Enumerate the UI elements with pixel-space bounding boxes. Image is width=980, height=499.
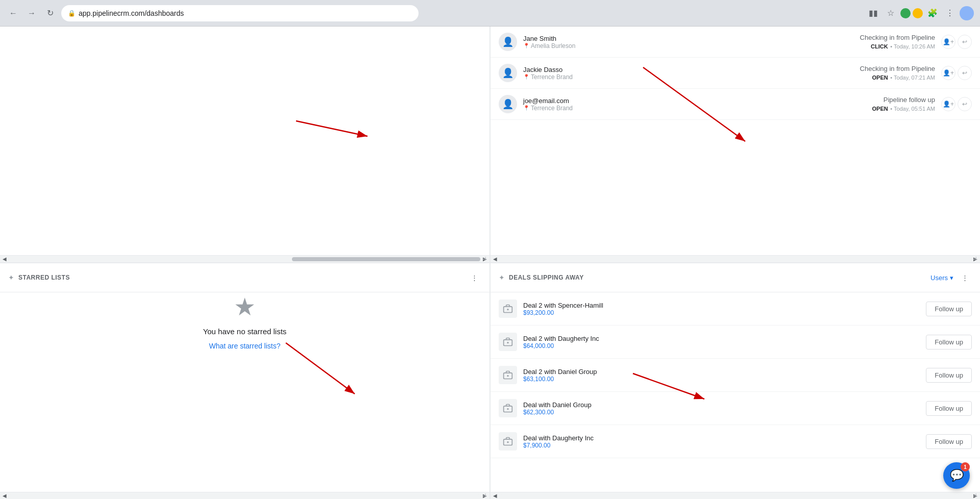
deals-kebab-btn[interactable]: ⋮ xyxy=(958,270,972,285)
email-sub-jackie: 📍 Terrence Brand xyxy=(523,73,854,81)
deal-item-3[interactable]: Deal with Daniel Group $62,300.00 Follow… xyxy=(491,392,980,425)
follow-up-btn-4[interactable]: Follow up xyxy=(926,434,972,449)
scroll-left-br[interactable]: ◀ xyxy=(492,492,499,500)
deals-scroll[interactable]: Deal 2 with Spencer-Hamill $93,200.00 Fo… xyxy=(491,292,980,492)
users-dropdown-btn[interactable]: Users ▾ xyxy=(930,274,953,282)
email-meta-jackie: Checking in from Pipeline OPEN • Today, … xyxy=(860,65,935,82)
email-info-joe: joe@email.com 📍 Terrence Brand xyxy=(523,97,866,112)
deal-info-2: Deal 2 with Daniel Group $63,100.00 xyxy=(523,368,920,383)
email-assign-btn-3[interactable]: 👤+ xyxy=(941,97,955,111)
email-info-jane-smith: Jane Smith 📍 Amelia Burleson xyxy=(523,35,854,49)
top-left-scroll[interactable] xyxy=(0,27,489,255)
deal-icon-2 xyxy=(499,366,517,384)
bottom-left-hscrollbar[interactable]: ◀ ▶ xyxy=(0,492,489,499)
email-name-jackie: Jackie Dasso xyxy=(523,66,854,73)
email-reply-btn-3[interactable]: ↩ xyxy=(958,97,972,111)
top-left-hscrollbar[interactable]: ◀ ▶ xyxy=(0,255,489,262)
back-button[interactable]: ← xyxy=(6,6,20,20)
extension-green[interactable] xyxy=(900,8,911,18)
starred-empty-state: ★ You have no starred lists What are sta… xyxy=(0,292,489,350)
deal-amount-1: $64,000.00 xyxy=(523,342,920,350)
panel-top-left: ◀ ▶ ⊿ xyxy=(0,27,489,262)
deal-amount-0: $93,200.00 xyxy=(523,309,920,316)
email-name: Jane Smith xyxy=(523,35,854,42)
deal-amount-2: $63,100.00 xyxy=(523,376,920,383)
resize-handle-bl[interactable]: ⊿ xyxy=(482,492,488,498)
resize-handle-tr[interactable]: ⊿ xyxy=(973,255,979,261)
deal-icon-0 xyxy=(499,300,517,318)
email-name-joe: joe@email.com xyxy=(523,97,866,105)
pin-icon-3: 📍 xyxy=(523,105,529,111)
pin-icon: 📍 xyxy=(523,43,529,48)
deal-name-0: Deal 2 with Spencer-Hamill xyxy=(523,302,920,309)
url-text: app.pipelinecrm.com/dashboards xyxy=(79,9,412,17)
scroll-left-tr[interactable]: ◀ xyxy=(492,256,499,263)
reload-button[interactable]: ↻ xyxy=(43,6,57,20)
profile-button[interactable] xyxy=(960,6,974,20)
scroll-left-bl[interactable]: ◀ xyxy=(1,492,8,500)
email-reply-btn-2[interactable]: ↩ xyxy=(958,66,972,80)
extensions-button[interactable]: 🧩 xyxy=(925,6,940,21)
extension-yellow[interactable] xyxy=(913,8,923,18)
email-sub: 📍 Amelia Burleson xyxy=(523,42,854,49)
deal-item-1[interactable]: Deal 2 with Daugherty Inc $64,000.00 Fol… xyxy=(491,326,980,359)
panel-deals-slipping: ✦ DEALS SLIPPING AWAY Users ▾ ⋮ xyxy=(491,263,980,499)
deals-icon: ✦ xyxy=(499,273,505,282)
starred-lists-header: ✦ STARRED LISTS ⋮ xyxy=(0,263,489,292)
cast-button[interactable]: ▮▮ xyxy=(866,6,881,21)
deal-info-3: Deal with Daniel Group $62,300.00 xyxy=(523,401,920,416)
email-meta-joe: Pipeline follow up OPEN • Today, 05:51 A… xyxy=(872,96,935,113)
deal-name-4: Deal with Daugherty Inc xyxy=(523,434,920,442)
email-sub-joe: 📍 Terrence Brand xyxy=(523,105,866,112)
deal-amount-4: $7,900.00 xyxy=(523,442,920,449)
chat-badge: 1 xyxy=(961,462,970,471)
bottom-right-hscrollbar[interactable]: ◀ ▶ xyxy=(491,492,980,499)
deal-icon-1 xyxy=(499,333,517,351)
deal-icon-3 xyxy=(499,399,517,417)
email-assign-btn-2[interactable]: 👤+ xyxy=(941,66,955,80)
starred-lists-actions: ⋮ xyxy=(467,270,481,285)
top-right-hscrollbar[interactable]: ◀ ▶ xyxy=(491,255,980,262)
email-activity-scroll[interactable]: 👤 Jane Smith 📍 Amelia Burleson Checking … xyxy=(491,27,980,255)
deal-item-4[interactable]: Deal with Daugherty Inc $7,900.00 Follow… xyxy=(491,425,980,458)
address-bar[interactable]: 🔒 app.pipelinecrm.com/dashboards xyxy=(61,5,419,21)
forward-button[interactable]: → xyxy=(24,6,39,20)
starred-lists-icon: ✦ xyxy=(8,273,14,282)
deal-info-1: Deal 2 with Daugherty Inc $64,000.00 xyxy=(523,335,920,350)
lock-icon: 🔒 xyxy=(68,10,76,17)
email-assign-btn[interactable]: 👤+ xyxy=(941,35,955,49)
email-meta-jane: Checking in from Pipeline CLICK • Today,… xyxy=(860,34,935,51)
deal-item-2[interactable]: Deal 2 with Daniel Group $63,100.00 Foll… xyxy=(491,359,980,392)
deal-name-3: Deal with Daniel Group xyxy=(523,401,920,409)
follow-up-btn-2[interactable]: Follow up xyxy=(926,368,972,383)
follow-up-btn-3[interactable]: Follow up xyxy=(926,401,972,416)
avatar-jackie-dasso: 👤 xyxy=(499,64,517,82)
chat-bubble[interactable]: 💬 1 xyxy=(943,462,970,489)
email-item-jane-smith[interactable]: 👤 Jane Smith 📍 Amelia Burleson Checking … xyxy=(491,27,980,58)
bookmark-star-button[interactable]: ☆ xyxy=(883,6,898,21)
deal-item-0[interactable]: Deal 2 with Spencer-Hamill $93,200.00 Fo… xyxy=(491,292,980,326)
starred-link[interactable]: What are starred lists? xyxy=(209,342,280,350)
deal-amount-3: $62,300.00 xyxy=(523,409,920,416)
deals-header-actions: Users ▾ ⋮ xyxy=(930,270,972,285)
scroll-left-arrow[interactable]: ◀ xyxy=(1,256,8,263)
follow-up-btn-0[interactable]: Follow up xyxy=(926,302,972,316)
deal-icon-4 xyxy=(499,432,517,451)
menu-button[interactable]: ⋮ xyxy=(942,6,958,21)
dashboard-grid: ◀ ▶ ⊿ 👤 Jane Smith 📍 Amelia Burleson xyxy=(0,27,980,499)
follow-up-btn-1[interactable]: Follow up xyxy=(926,335,972,350)
deals-header: ✦ DEALS SLIPPING AWAY Users ▾ ⋮ xyxy=(491,263,980,292)
starred-empty-text: You have no starred lists xyxy=(203,327,287,336)
email-actions-jane: 👤+ ↩ xyxy=(941,35,972,49)
starred-lists-kebab[interactable]: ⋮ xyxy=(467,270,481,285)
resize-handle-br[interactable]: ⊿ xyxy=(973,492,979,498)
resize-handle-tl[interactable]: ⊿ xyxy=(482,255,488,261)
email-reply-btn[interactable]: ↩ xyxy=(958,35,972,49)
deal-name-1: Deal 2 with Daugherty Inc xyxy=(523,335,920,342)
panel-starred-lists: ✦ STARRED LISTS ⋮ ★ You have no starred … xyxy=(0,263,489,499)
avatar-jane-smith: 👤 xyxy=(499,33,517,51)
starred-lists-scroll[interactable]: ★ You have no starred lists What are sta… xyxy=(0,292,489,492)
email-item-jackie-dasso[interactable]: 👤 Jackie Dasso 📍 Terrence Brand Checking… xyxy=(491,58,980,89)
email-item-joe[interactable]: 👤 joe@email.com 📍 Terrence Brand Pipelin… xyxy=(491,89,980,120)
deal-info-0: Deal 2 with Spencer-Hamill $93,200.00 xyxy=(523,302,920,316)
